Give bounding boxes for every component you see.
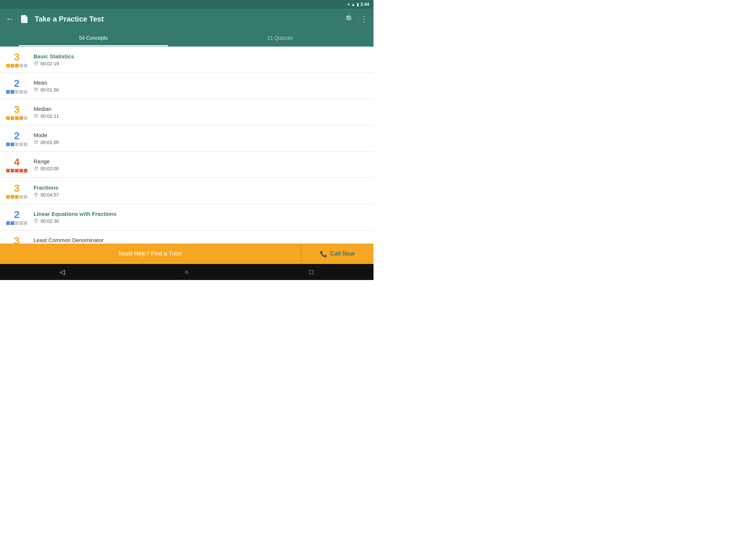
score-dot [19,64,23,67]
score-dot [19,221,23,225]
bottom-banner: Need Help? Find a Tutor 📞 Call Now [0,244,374,264]
score-dot [19,90,23,94]
score-dot [6,221,10,225]
list-item[interactable]: 2 Mean ⏱ 00:01:50 [0,73,374,99]
score-badge: 3 [6,236,28,244]
call-now-button[interactable]: 📞 Call Now [301,244,374,264]
nav-home-button[interactable]: ○ [179,265,194,279]
score-badge: 4 [6,157,28,172]
concept-name: Fractions [34,184,368,191]
score-number: 3 [14,236,20,244]
concept-duration: ⏱ 00:04:57 [34,192,368,198]
clock-icon: ⏱ [34,61,38,66]
concept-info: Fractions ⏱ 00:04:57 [34,184,368,198]
score-dots [6,116,27,120]
score-dot [15,90,19,94]
clock-icon: ⏱ [34,140,38,145]
score-dot [11,64,14,67]
clock-icon: ⏱ [34,192,38,198]
tab-quizzes[interactable]: 21 Quizzes [187,29,374,46]
score-dot [24,195,27,199]
score-dot [11,116,14,120]
concept-name: Median [34,106,368,112]
doc-icon: 📄 [20,15,29,23]
clock-icon: ⏱ [34,218,38,224]
list-item[interactable]: 3 Fractions ⏱ 00:04:57 [0,178,374,204]
list-item[interactable]: 3 Basic Statistics ⏱ 00:02:19 [0,47,374,73]
concept-info: Mode ⏱ 00:01:05 [34,132,368,145]
score-badge: 2 [6,131,28,146]
search-icon[interactable]: 🔍 [345,15,355,23]
score-number: 3 [14,183,20,194]
concept-name: Least Common Denominator [34,237,368,243]
score-dots [6,195,27,199]
nav-recent-button[interactable]: □ [304,265,318,279]
clock-icon: ⏱ [34,113,38,119]
concept-duration: ⏱ 00:01:05 [34,140,368,145]
score-number: 2 [14,78,20,89]
score-dots [6,64,27,67]
status-icons: ▾ ▲ ▮ 3:44 [348,2,369,7]
list-item[interactable]: 3 Least Common Denominator ⏱ 00:01:42 [0,230,374,244]
concept-info: Median ⏱ 00:02:11 [34,106,368,119]
list-item[interactable]: 4 Range ⏱ 00:02:00 [0,152,374,178]
score-badge: 3 [6,52,28,67]
score-dot [6,169,10,172]
battery-icon: ▮ [357,2,359,7]
score-dots [6,169,27,172]
score-dot [11,195,14,199]
app-bar-title: Take a Practice Test [35,15,340,23]
score-dot [24,169,27,172]
more-menu-icon[interactable]: ⋮ [360,15,368,23]
score-dot [15,64,19,67]
nav-bar: ◁ ○ □ [0,264,374,280]
score-dots [6,90,27,94]
score-dot [19,195,23,199]
concept-name: Mode [34,132,368,138]
tabs-bar: 54 Concepts 21 Quizzes [0,29,374,47]
score-dot [6,195,10,199]
score-dots [6,221,27,225]
score-dot [6,64,10,67]
score-badge: 2 [6,210,28,225]
score-dot [19,143,23,146]
score-dot [6,90,10,94]
score-dots [6,143,27,146]
list-item[interactable]: 2 Linear Equations with Fractions ⏱ 00:0… [0,204,374,230]
concept-duration: ⏱ 00:02:19 [34,61,368,66]
nav-back-button[interactable]: ◁ [55,265,70,279]
list-item[interactable]: 2 Mode ⏱ 00:01:05 [0,125,374,152]
score-dot [15,169,19,172]
score-dot [6,116,10,120]
score-dot [15,143,19,146]
score-dot [24,143,27,146]
app-bar-actions: 🔍 ⋮ [345,15,368,23]
score-dot [19,116,23,120]
concept-name: Range [34,158,368,164]
score-badge: 3 [6,183,28,199]
list-item[interactable]: 3 Median ⏱ 00:02:11 [0,99,374,125]
score-dot [11,143,14,146]
phone-icon: 📞 [320,250,327,257]
score-dot [19,169,23,172]
score-number: 2 [14,210,20,220]
concept-info: Linear Equations with Fractions ⏱ 00:02:… [34,211,368,224]
score-dot [15,195,19,199]
signal-icon: ▲ [351,2,355,7]
score-dot [24,64,27,67]
status-time: 3:44 [360,2,369,7]
concept-duration: ⏱ 00:02:00 [34,166,368,171]
score-dot [11,90,14,94]
tab-concepts[interactable]: 54 Concepts [0,29,187,46]
concept-duration: ⏱ 00:02:11 [34,113,368,119]
back-button[interactable]: ← [6,14,14,24]
concept-info: Mean ⏱ 00:01:50 [34,79,368,93]
concept-info: Range ⏱ 00:02:00 [34,158,368,171]
status-bar: ▾ ▲ ▮ 3:44 [0,0,374,9]
score-dot [24,221,27,225]
concept-info: Least Common Denominator ⏱ 00:01:42 [34,237,368,244]
score-dot [11,169,14,172]
concept-name: Mean [34,79,368,86]
score-badge: 2 [6,78,28,94]
find-tutor-button[interactable]: Need Help? Find a Tutor [0,244,301,264]
